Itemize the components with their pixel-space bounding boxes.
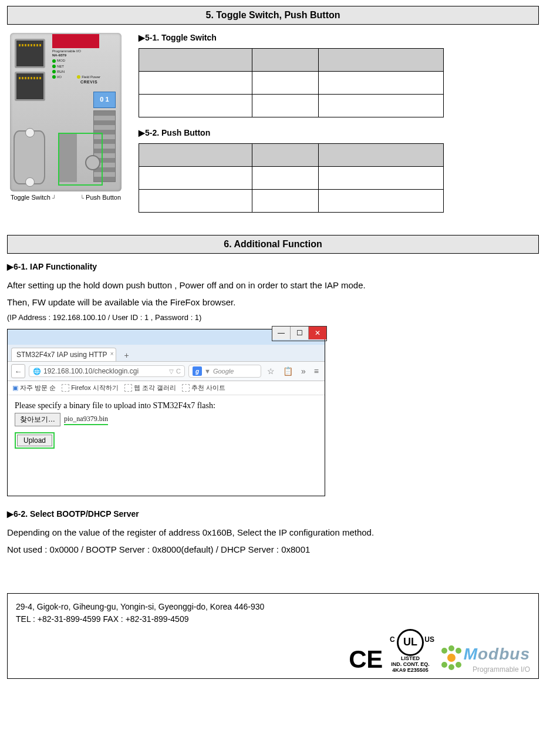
new-tab-button[interactable]: + xyxy=(121,349,133,361)
fig-label-push: └ Push Button xyxy=(80,194,121,201)
more-icon[interactable]: » xyxy=(299,366,308,376)
window-controls: — ☐ ✕ xyxy=(272,326,327,341)
section-5-title: 5. Toggle Switch, Push Button xyxy=(7,6,539,25)
tab-title: STM32F4x7 IAP using HTTP xyxy=(16,351,107,359)
search-dropdown-icon[interactable]: ▼ xyxy=(204,368,211,375)
bookmarks-bar: ▣자주 방문 순 Firefox 시작하기 웹 조각 갤러리 추천 사이트 xyxy=(8,381,325,395)
url-dropdown-icon[interactable]: ▽ xyxy=(169,368,174,375)
section-6-title: 6. Additional Function xyxy=(7,235,539,254)
push-button-graphic xyxy=(85,155,100,170)
subhead-6-2: ▶6-2. Select BOOTP/DHCP Server xyxy=(7,509,539,519)
refresh-icon[interactable]: C xyxy=(176,368,181,375)
rj45-port-2 xyxy=(15,72,45,101)
device-brand: CREVIS xyxy=(80,80,97,84)
bookmark-item[interactable]: 추천 사이트 xyxy=(182,383,225,392)
dsub-port xyxy=(14,130,45,184)
table-5-1 xyxy=(139,48,444,117)
dip-switch-01: 0 1 xyxy=(93,92,116,108)
browser-screenshot: — ☐ ✕ STM32F4x7 IAP using HTTP × + ← 🌐 1… xyxy=(7,329,325,496)
browse-button[interactable]: 찾아보기… xyxy=(15,413,60,426)
bookmark-item[interactable]: ▣자주 방문 순 xyxy=(12,383,56,392)
url-text: 192.168.100.10/checklogin.cgi xyxy=(43,367,139,375)
subhead-5-2: ▶5-2. Push Button xyxy=(139,128,539,137)
upload-prompt: Please specify a binary file to upload i… xyxy=(15,401,318,410)
footer: 29-4, Gigok-ro, Giheung-gu, Yongin-si, G… xyxy=(7,593,539,679)
window-close-icon[interactable]: ✕ xyxy=(308,327,326,339)
window-maximize-icon[interactable]: ☐ xyxy=(290,327,308,339)
window-minimize-icon[interactable]: — xyxy=(272,327,290,339)
search-field[interactable]: g ▼ Google xyxy=(188,365,261,378)
device-info: Programmable I/O NA-9379 MOD NET RUN I/O… xyxy=(52,49,100,79)
back-button[interactable]: ← xyxy=(11,364,25,378)
hamburger-menu-icon[interactable]: ≡ xyxy=(312,366,321,376)
device-figure: Programmable I/O NA-9379 MOD NET RUN I/O… xyxy=(7,33,124,201)
toggle-switch-graphic xyxy=(59,134,77,182)
table-row xyxy=(139,95,444,117)
table-5-2 xyxy=(139,143,444,213)
table-row xyxy=(139,167,444,190)
bookmark-star-icon[interactable]: ☆ xyxy=(265,366,277,376)
tab-close-icon[interactable]: × xyxy=(110,351,114,357)
ce-mark-icon: C E xyxy=(349,645,379,674)
fig-label-toggle: Toggle Switch ┘ xyxy=(11,194,56,201)
subhead-6-1: ▶6-1. IAP Functionality xyxy=(7,262,539,271)
google-icon: g xyxy=(193,366,202,376)
upload-highlight: Upload xyxy=(15,432,55,449)
bootp-text-1: Depending on the value of the register o… xyxy=(7,524,539,541)
subhead-5-1: ▶5-1. Toggle Switch xyxy=(139,33,539,42)
globe-icon: 🌐 xyxy=(33,368,41,375)
iap-text-1: After setting up the hold down push butt… xyxy=(7,277,539,294)
modbus-logo: Modbus Programmable I/O xyxy=(441,645,530,673)
selected-filename: pio_na9379.bin xyxy=(64,415,108,425)
ul-mark-icon: C UL US LISTED IND. CONT. EQ. 4KA9 E2355… xyxy=(391,629,430,674)
device-red-label xyxy=(52,34,99,48)
footer-address: 29-4, Gigok-ro, Giheung-gu, Yongin-si, G… xyxy=(16,601,530,613)
bookmark-item[interactable]: Firefox 시작하기 xyxy=(62,383,119,392)
iap-note: (IP Address : 192.168.100.10 / User ID :… xyxy=(7,313,539,322)
modbus-text: odbus xyxy=(478,645,530,663)
clipboard-icon[interactable]: 📋 xyxy=(281,366,295,376)
toggle-push-highlight xyxy=(58,133,103,186)
search-placeholder: Google xyxy=(213,368,234,375)
rj45-port-1 xyxy=(15,39,45,68)
url-field[interactable]: 🌐 192.168.100.10/checklogin.cgi ▽ C xyxy=(29,365,185,377)
table-row xyxy=(139,72,444,95)
bookmark-item[interactable]: 웹 조각 갤러리 xyxy=(124,383,176,392)
modbus-icon xyxy=(441,648,461,668)
iap-text-2: Then, FW update will be available via th… xyxy=(7,294,539,311)
table-row xyxy=(139,190,444,213)
upload-button[interactable]: Upload xyxy=(17,435,52,446)
footer-telfax: TEL : +82-31-899-4599 FAX : +82-31-899-4… xyxy=(16,613,530,625)
bootp-text-2: Not used : 0x0000 / BOOTP Server : 0x800… xyxy=(7,541,539,558)
browser-tab[interactable]: STM32F4x7 IAP using HTTP × xyxy=(11,348,116,361)
